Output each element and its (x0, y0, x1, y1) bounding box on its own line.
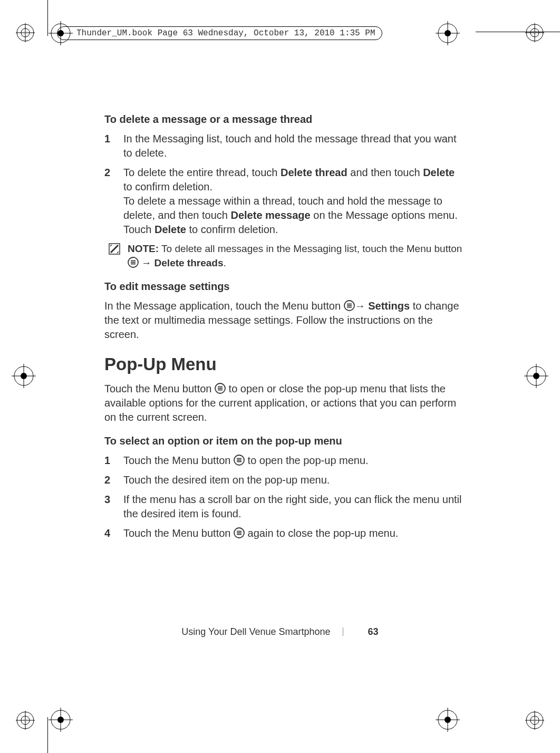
heading-delete-message: To delete a message or a message thread (104, 113, 463, 126)
step-num: 4 (104, 526, 110, 540)
crosshair-mr (524, 364, 548, 388)
svg-point-39 (445, 717, 451, 723)
svg-point-35 (57, 717, 64, 723)
registration-mark-bl (16, 711, 35, 730)
step-text: and then touch (347, 167, 423, 178)
para-text: Touch the Menu button (104, 383, 215, 394)
crop-line-top-r (476, 32, 560, 32)
para-arrow: → (355, 300, 369, 312)
step-text: Touch the Menu button (123, 527, 234, 539)
step-num: 1 (104, 453, 110, 468)
step-text: Touch the desired item on the pop-up men… (123, 474, 330, 486)
step-num: 2 (104, 166, 110, 180)
bold-text: Settings (368, 300, 410, 312)
step-text: to open the pop-up menu. (245, 455, 369, 466)
heading-edit-settings: To edit message settings (104, 281, 463, 293)
paragraph-edit-settings: In the Message application, touch the Me… (104, 299, 463, 342)
note-text: . (224, 257, 226, 268)
bold-text: Delete thread (281, 167, 347, 178)
step-num: 2 (104, 473, 110, 487)
heading-select-option: To select an option or item on the pop-u… (104, 435, 463, 447)
bold-text: Delete (155, 224, 186, 235)
crosshair-br (436, 708, 460, 732)
bold-text: Delete message (231, 209, 311, 221)
step-text: Touch the Menu button (123, 455, 234, 466)
step-text: to confirm deletion. (123, 181, 213, 192)
menu-icon (128, 257, 139, 268)
step-text: In the Messaging list, touch and hold th… (123, 133, 457, 159)
paragraph-popup-intro: Touch the Menu button to open or close t… (104, 382, 463, 424)
bold-text: Delete (423, 167, 455, 178)
section-heading-popup: Pop-Up Menu (104, 354, 463, 374)
menu-icon (215, 383, 226, 394)
bold-text: Delete threads (155, 257, 224, 268)
para-text: In the Message application, touch the Me… (104, 300, 344, 312)
crop-line-left (47, 0, 48, 36)
page-number: 63 (368, 626, 379, 637)
svg-point-27 (21, 373, 27, 379)
step-text: To delete the entire thread, touch (123, 167, 281, 178)
step-text: again to close the pop-up menu. (245, 527, 398, 539)
crosshair-ml (12, 364, 36, 388)
step-text: to confirm deletion. (186, 224, 278, 235)
step-popup-2: 2 Touch the desired item on the pop-up m… (123, 473, 463, 487)
note-arrow: → (139, 257, 155, 268)
footer-divider (343, 628, 343, 636)
crop-line-left-b (47, 717, 48, 753)
note-label: NOTE: (128, 243, 159, 254)
menu-icon (344, 300, 355, 311)
svg-point-23 (445, 30, 451, 36)
step-delete-2: 2 To delete the entire thread, touch Del… (123, 166, 463, 237)
print-header-text: Thunder_UM.book Page 63 Wednesday, Octob… (76, 28, 375, 38)
note-text: To delete all messages in the Messaging … (159, 243, 462, 254)
registration-mark-br (525, 711, 544, 730)
step-popup-3: 3 If the menu has a scroll bar on the ri… (123, 493, 463, 521)
registration-mark-tr (525, 23, 544, 42)
step-popup-1: 1 Touch the Menu button to open the pop-… (123, 453, 463, 468)
note-block: NOTE: To delete all messages in the Mess… (104, 242, 463, 270)
step-delete-1: 1 In the Messaging list, touch and hold … (123, 132, 463, 160)
step-num: 3 (104, 493, 110, 507)
note-body: NOTE: To delete all messages in the Mess… (128, 242, 463, 270)
step-num: 1 (104, 132, 110, 146)
footer-text: Using Your Dell Venue Smartphone (181, 626, 330, 637)
crosshair-bl (49, 708, 73, 732)
menu-icon (234, 455, 245, 466)
step-popup-4: 4 Touch the Menu button again to close t… (123, 526, 463, 540)
step-text: If the menu has a scroll bar on the righ… (123, 494, 461, 519)
note-icon (109, 243, 120, 255)
registration-mark-tl (16, 23, 35, 42)
svg-point-31 (533, 373, 539, 379)
menu-icon (234, 527, 245, 538)
page-footer: Using Your Dell Venue Smartphone 63 (0, 626, 560, 638)
print-header-pill: Thunder_UM.book Page 63 Wednesday, Octob… (57, 26, 382, 40)
crosshair-tr (436, 21, 460, 45)
